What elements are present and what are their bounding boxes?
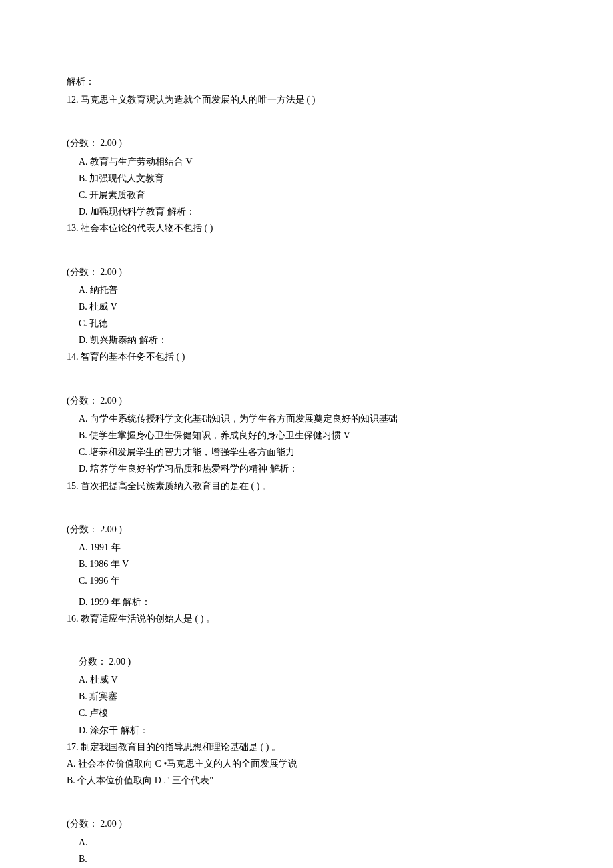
- question-13-score: (分数： 2.00 ): [67, 264, 546, 280]
- q15-option-b: B. 1986 年 V: [67, 556, 546, 572]
- question-17-text: 17. 制定我国教育目的的指导思想和理论基础是 ( ) 。: [67, 739, 546, 755]
- q16-option-a: A. 杜威 V: [67, 671, 546, 688]
- q16-option-d: D. 涂尔干 解析：: [67, 722, 546, 739]
- q17-combined-b: B. 个人本位价值取向 D ." 三个代表": [67, 772, 546, 789]
- q15-option-d: D. 1999 年 解析：: [67, 594, 546, 610]
- question-13-text: 13. 社会本位论的代表人物不包括 ( ): [67, 220, 546, 236]
- q12-option-a: A. 教育与生产劳动相结合 V: [67, 153, 546, 170]
- question-15-score: (分数： 2.00 ): [67, 521, 546, 538]
- analysis-label: 解析：: [67, 73, 546, 90]
- q17-option-b: B.: [67, 851, 546, 867]
- q13-option-b: B. 杜威 V: [67, 298, 546, 315]
- question-12-score: (分数： 2.00 ): [67, 135, 546, 151]
- q15-option-a: A. 1991 年: [67, 539, 546, 556]
- q14-option-b: B. 使学生掌握身心卫生保健知识，养成良好的身心卫生保健习惯 V: [67, 427, 546, 444]
- q12-option-b: B. 加强现代人文教育: [67, 170, 546, 187]
- q15-option-c: C. 1996 年: [67, 572, 546, 589]
- question-16-score: 分数： 2.00 ): [67, 653, 546, 670]
- q16-option-c: C. 卢梭: [67, 705, 546, 721]
- q17-option-a: A.: [67, 834, 546, 851]
- q16-option-b: B. 斯宾塞: [67, 688, 546, 705]
- q13-option-d: D. 凯兴斯泰纳 解析：: [67, 332, 546, 348]
- question-14-text: 14. 智育的基本任务不包括 ( ): [67, 348, 546, 365]
- q14-option-a: A. 向学生系统传授科学文化基础知识，为学生各方面发展奠定良好的知识基础: [67, 410, 546, 427]
- question-16-text: 16. 教育适应生活说的创始人是 ( ) 。: [67, 610, 546, 627]
- q13-option-c: C. 孔德: [67, 315, 546, 332]
- question-12-text: 12. 马克思主义教育观认为造就全面发展的人的唯一方法是 ( ): [67, 91, 546, 108]
- q12-option-d: D. 加强现代科学教育 解析：: [67, 203, 546, 220]
- q14-option-d: D. 培养学生良好的学习品质和热爱科学的精神 解析：: [67, 460, 546, 477]
- q14-option-c: C. 培养和发展学生的智力才能，增强学生各方面能力: [67, 444, 546, 460]
- question-17-score: (分数： 2.00 ): [67, 815, 546, 832]
- q17-combined-a: A. 社会本位价值取向 C •马克思主义的人的全面发展学说: [67, 755, 546, 772]
- question-14-score: (分数： 2.00 ): [67, 392, 546, 409]
- q12-option-c: C. 开展素质教育: [67, 187, 546, 203]
- q13-option-a: A. 纳托普: [67, 282, 546, 298]
- question-15-text: 15. 首次把提高全民族素质纳入教育目的是在 ( ) 。: [67, 478, 546, 494]
